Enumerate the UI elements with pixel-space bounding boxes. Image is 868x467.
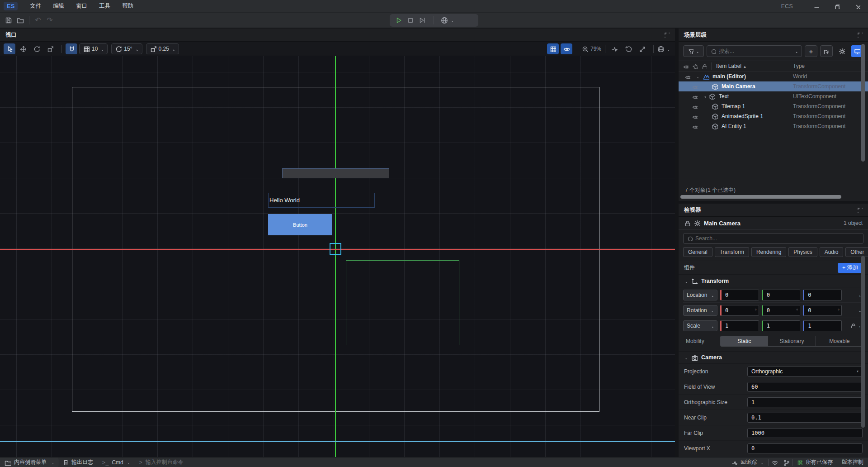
tree-row-main-camera[interactable]: Main Camera TransformComponent [679, 81, 868, 91]
hierarchy-search-input[interactable] [719, 48, 792, 54]
scale-z-field[interactable] [803, 320, 842, 331]
far-clip-field[interactable]: 1000 [747, 428, 863, 438]
trace-dropdown[interactable]: 回追踪 [727, 457, 768, 467]
viewport-x-field[interactable]: 0 [747, 443, 863, 453]
tab-physics[interactable]: Physics [788, 247, 817, 257]
tab-transform[interactable]: Transform [715, 247, 749, 257]
tree-row-text[interactable]: Text UITextComponent [679, 91, 868, 101]
near-clip-field[interactable]: 0.1 [747, 413, 863, 423]
eye-icon[interactable] [692, 124, 698, 129]
scene-canvas[interactable]: Hello World Button Y X [0, 56, 675, 457]
rotation-x-field[interactable]: ° [720, 305, 759, 316]
scale-x-field[interactable] [720, 320, 759, 331]
stats-button[interactable] [609, 43, 621, 54]
inspector-expand-icon[interactable] [857, 207, 863, 213]
rotation-y-field[interactable]: ° [762, 305, 801, 316]
save-button[interactable] [3, 14, 14, 26]
minimize-button[interactable] [806, 0, 826, 13]
button-object[interactable]: Button [268, 214, 332, 235]
reset-view-button[interactable] [623, 43, 634, 54]
scale-lock-icon[interactable] [850, 323, 855, 328]
rotation-z-field[interactable]: ° [803, 305, 842, 316]
scale-dropdown[interactable]: Scale [683, 320, 717, 331]
output-log-button[interactable]: 输出日志 [58, 457, 98, 467]
tab-other[interactable]: Other [845, 247, 868, 257]
rotation-snap-dropdown[interactable]: 15° [111, 43, 142, 54]
scale-y-field[interactable] [762, 320, 801, 331]
open-folder-button[interactable] [14, 14, 26, 26]
hierarchy-settings-button[interactable] [835, 45, 848, 57]
move-tool-button[interactable] [17, 43, 29, 54]
transform-section-header[interactable]: Transform [679, 275, 868, 287]
mobility-movable[interactable]: Movable [816, 336, 863, 346]
inspector-vertical-scrollbar[interactable] [861, 256, 865, 428]
origin-selection-marker[interactable] [330, 243, 341, 255]
branch-status-icon[interactable] [780, 457, 792, 467]
globe-dropdown[interactable] [441, 17, 454, 24]
snap-toggle-button[interactable] [66, 43, 77, 54]
tab-general[interactable]: General [683, 247, 712, 257]
cmd-dropdown[interactable]: >_ Cmd [98, 457, 135, 467]
menu-tools[interactable]: 工具 [93, 0, 116, 12]
rotate-tool-button[interactable] [31, 43, 42, 54]
tilemap-object[interactable] [282, 168, 389, 178]
column-type[interactable]: Type [793, 63, 805, 69]
zoom-level-indicator[interactable]: 79% [582, 46, 601, 52]
orthographic-size-field[interactable]: 1 [747, 397, 863, 407]
menu-help[interactable]: 帮助 [116, 0, 139, 12]
viewport-globe-dropdown[interactable] [657, 46, 671, 52]
location-z-field[interactable] [803, 290, 842, 300]
hierarchy-vertical-scrollbar[interactable] [861, 44, 865, 162]
location-x-field[interactable] [720, 290, 759, 300]
mobility-stationary[interactable]: Stationary [768, 336, 816, 346]
text-object[interactable]: Hello World [268, 193, 375, 208]
tree-row-world[interactable]: main (Editor) World [679, 71, 868, 81]
step-button[interactable] [419, 17, 426, 24]
tab-audio[interactable]: Audio [820, 247, 844, 257]
tab-rendering[interactable]: Rendering [751, 247, 786, 257]
hierarchy-expand-icon[interactable] [857, 32, 863, 38]
field-of-view-field[interactable]: 60 [747, 382, 863, 392]
column-item-label[interactable]: Item Label ▲ [716, 63, 746, 69]
camera-section-header[interactable]: Camera [679, 351, 868, 364]
select-tool-button[interactable] [4, 43, 15, 54]
stop-button[interactable] [407, 17, 414, 24]
new-folder-button[interactable] [820, 45, 833, 57]
visibility-column-icon[interactable] [683, 63, 689, 69]
favorite-column-icon[interactable] [692, 63, 698, 69]
close-button[interactable] [847, 0, 868, 13]
lock-column-icon[interactable] [701, 63, 707, 69]
scale-tool-button[interactable] [44, 43, 56, 54]
content-drawer-button[interactable]: 内容侧滑菜单 [0, 457, 58, 467]
console-command-input[interactable]: > 输入控制台命令 [135, 457, 188, 467]
location-dropdown[interactable]: Location [683, 290, 717, 300]
filter-dropdown[interactable] [683, 45, 704, 57]
redo-button[interactable]: ↷ [44, 14, 56, 26]
gear-icon[interactable] [694, 220, 700, 226]
network-status-icon[interactable] [769, 457, 780, 467]
eye-icon[interactable] [685, 74, 690, 79]
menu-window[interactable]: 窗口 [70, 0, 93, 12]
eye-icon[interactable] [692, 114, 698, 119]
hierarchy-search-field[interactable] [707, 45, 802, 57]
lock-icon[interactable] [684, 220, 690, 226]
undo-button[interactable]: ↶ [32, 14, 44, 26]
save-status[interactable]: 所有已保存 [793, 457, 837, 467]
projection-dropdown[interactable]: Orthographic▾ [747, 367, 863, 376]
mobility-static[interactable]: Static [721, 336, 768, 346]
add-entity-button[interactable]: + [805, 45, 817, 57]
eye-icon[interactable] [692, 104, 698, 109]
eye-icon[interactable] [692, 94, 698, 99]
maximize-button[interactable] [826, 0, 847, 13]
viewport-expand-icon[interactable] [664, 32, 670, 38]
grid-visibility-button[interactable] [547, 43, 559, 54]
chevron-down-icon[interactable] [696, 75, 699, 78]
grid-size-dropdown[interactable]: 10 [79, 43, 108, 54]
location-y-field[interactable] [762, 290, 801, 300]
entity-bounds-rect-green[interactable] [346, 260, 459, 345]
hierarchy-horizontal-scrollbar[interactable] [680, 195, 841, 199]
inspector-search-field[interactable] [683, 233, 863, 244]
scale-snap-dropdown[interactable]: 0.25 [146, 43, 179, 54]
chevron-right-icon[interactable] [702, 95, 706, 98]
menu-file[interactable]: 文件 [24, 0, 47, 12]
